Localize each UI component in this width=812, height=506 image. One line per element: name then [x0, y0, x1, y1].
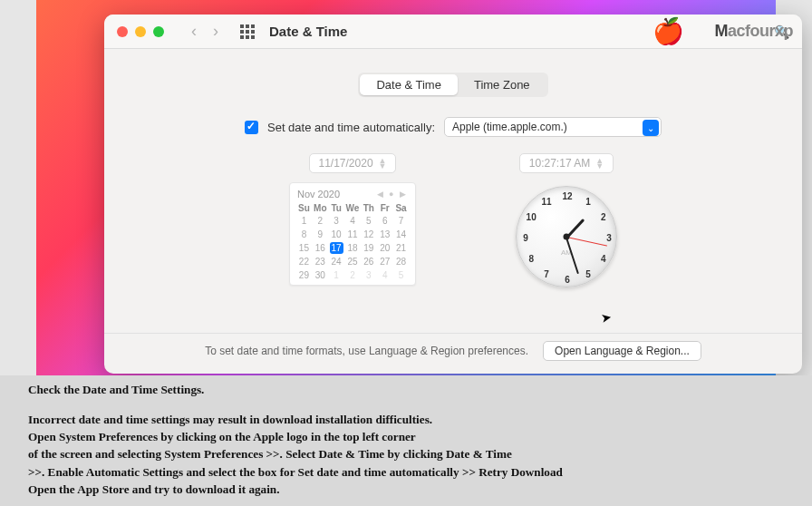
calendar-dow: Mo [314, 203, 327, 213]
calendar-dow: Sa [394, 203, 408, 213]
clock-number: 7 [544, 268, 549, 278]
auto-set-row: Set date and time automatically: Apple (… [104, 117, 802, 137]
calendar-day[interactable]: 4 [378, 269, 392, 281]
instructions-line: Open System Preferences by clicking on t… [28, 428, 784, 445]
calendar-day[interactable]: 20 [378, 242, 392, 254]
calendar-dow: We [346, 203, 360, 213]
nav-arrows: ‹ › [191, 22, 218, 41]
calendar-day[interactable]: 26 [362, 256, 375, 268]
calendar-day[interactable]: 1 [297, 215, 311, 227]
instructions-panel: Check the Date and Time Settings. Incorr… [0, 375, 812, 506]
calendar-day[interactable]: 2 [346, 269, 360, 281]
calendar-day[interactable]: 15 [297, 242, 311, 254]
clock-number: 9 [523, 233, 528, 243]
calendar-nav[interactable]: ◀ ● ▶ [377, 190, 408, 199]
calendar-day[interactable]: 25 [346, 256, 360, 268]
clock-number: 4 [601, 254, 606, 264]
calendar-day[interactable]: 24 [330, 256, 343, 268]
all-prefs-icon[interactable] [240, 24, 255, 39]
tab-time-zone[interactable]: Time Zone [458, 74, 546, 95]
window-title: Date & Time [269, 24, 347, 39]
calendar-day[interactable]: 7 [394, 215, 408, 227]
footer: To set date and time formats, use Langua… [104, 333, 802, 368]
clock-number: 2 [601, 212, 606, 222]
time-value: 10:27:17 AM [529, 157, 590, 170]
calendar-dow: Fr [378, 203, 392, 213]
calendar-day[interactable]: 3 [330, 215, 343, 227]
calendar-month: Nov 2020 [297, 189, 340, 199]
calendar-day[interactable]: 8 [297, 229, 311, 240]
clock-number: 1 [585, 197, 591, 207]
calendar-day[interactable]: 23 [314, 256, 327, 268]
date-value: 11/17/2020 [319, 157, 373, 170]
chevron-down-icon[interactable]: ⌄ [643, 120, 659, 136]
clock-number: 10 [527, 212, 536, 222]
calendar-day[interactable]: 2 [314, 215, 327, 227]
clock-number: 8 [528, 254, 534, 264]
calendar-day[interactable]: 4 [346, 215, 360, 227]
calendar-day[interactable]: 14 [394, 229, 408, 240]
calendar-day[interactable]: 18 [346, 242, 360, 254]
time-server-value: Apple (time.apple.com.) [452, 121, 567, 133]
clock-center [564, 234, 570, 240]
clock-number: 11 [541, 197, 551, 207]
calendar-day[interactable]: 17 [330, 242, 343, 254]
calendar-day[interactable]: 10 [330, 229, 343, 240]
apple-logo-colored: 🍎 [652, 16, 684, 46]
fullscreen-icon[interactable] [153, 26, 164, 37]
clock-number: 6 [565, 275, 570, 285]
calendar-day[interactable]: 5 [394, 269, 408, 281]
calendar-day[interactable]: 3 [362, 269, 375, 281]
clock-number: 12 [562, 191, 572, 201]
calendar-day[interactable]: 11 [346, 229, 360, 240]
close-icon[interactable] [117, 26, 128, 37]
calendar-day[interactable]: 13 [378, 229, 392, 240]
second-hand [566, 237, 607, 247]
calendar-day[interactable]: 21 [394, 242, 408, 254]
calendar[interactable]: Nov 2020 ◀ ● ▶ SuMoTuWeThFrSa12345678910… [289, 182, 416, 286]
forward-icon: › [213, 22, 218, 41]
time-stepper[interactable]: 10:27:17 AM ▲▼ [519, 153, 614, 173]
date-stepper[interactable]: 11/17/2020 ▲▼ [309, 153, 397, 173]
auto-set-checkbox[interactable] [245, 121, 258, 134]
tab-date-time[interactable]: Date & Time [360, 74, 458, 95]
calendar-day[interactable]: 22 [297, 256, 311, 268]
instructions-line: >>. Enable Automatic Settings and select… [28, 463, 784, 481]
calendar-day[interactable]: 19 [362, 242, 375, 254]
stepper-icon[interactable]: ▲▼ [595, 158, 604, 169]
calendar-day[interactable]: 5 [362, 215, 375, 227]
calendar-day[interactable]: 30 [314, 269, 327, 281]
auto-set-label: Set date and time automatically: [267, 121, 435, 134]
back-icon[interactable]: ‹ [191, 22, 197, 41]
instructions-line: Check the Date and Time Settings. [28, 381, 784, 398]
date-time-window: ‹ › Date & Time 🔍 🍎 Macfourxp Date & Tim… [104, 15, 802, 374]
instructions-line: Open the App Store and try to download i… [28, 481, 784, 498]
calendar-day[interactable]: 28 [394, 256, 408, 268]
clock-number: 5 [585, 268, 591, 278]
stepper-icon[interactable]: ▲▼ [379, 158, 387, 169]
calendar-day[interactable]: 12 [362, 229, 375, 240]
instructions-line: Incorrect date and time settings may res… [28, 411, 784, 428]
instructions-line: of the screen and selecting System Prefe… [28, 445, 784, 462]
brand-watermark: Macfourxp [714, 22, 793, 41]
time-server-select[interactable]: Apple (time.apple.com.) ⌄ [444, 117, 662, 137]
calendar-dow: Th [362, 203, 375, 213]
analog-clock: AM 121234567891011 [516, 186, 617, 287]
titlebar: ‹ › Date & Time 🔍 🍎 Macfourxp [104, 15, 802, 49]
cursor-icon: ➤ [600, 309, 614, 326]
tab-bar: Date & Time Time Zone [104, 73, 802, 97]
calendar-day[interactable]: 16 [314, 242, 327, 254]
clock-number: 3 [606, 233, 612, 243]
minimize-icon[interactable] [135, 26, 146, 37]
open-language-region-button[interactable]: Open Language & Region... [543, 341, 701, 361]
footer-text: To set date and time formats, use Langua… [205, 345, 528, 357]
calendar-day[interactable]: 6 [378, 215, 392, 227]
calendar-day[interactable]: 9 [314, 229, 327, 240]
calendar-dow: Su [297, 203, 311, 213]
calendar-day[interactable]: 1 [330, 269, 343, 281]
calendar-dow: Tu [330, 203, 343, 213]
calendar-day[interactable]: 27 [378, 256, 392, 268]
calendar-day[interactable]: 29 [297, 269, 311, 281]
traffic-lights [117, 26, 164, 37]
